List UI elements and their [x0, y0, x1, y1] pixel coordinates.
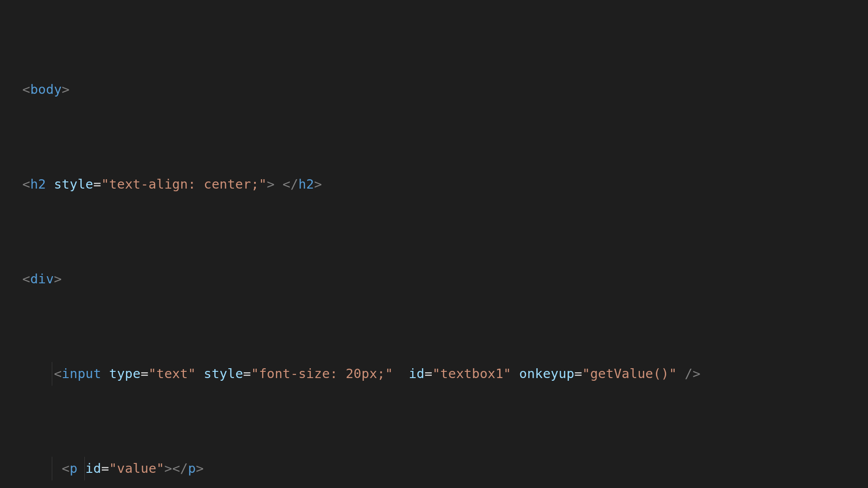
attr-id: id: [85, 461, 101, 476]
tag-p: p: [70, 461, 78, 476]
bracket-open: <: [22, 82, 30, 97]
tag-input: input: [62, 366, 101, 381]
tag-div: div: [30, 271, 54, 286]
code-line[interactable]: <input type="text" style="font-size: 20p…: [22, 362, 868, 386]
code-line[interactable]: <h2 style="text-align: center;"> </h2>: [22, 172, 868, 196]
tag-h2: h2: [30, 177, 46, 192]
code-line[interactable]: <p id="value"></p>: [22, 457, 868, 480]
attr-id: id: [409, 366, 424, 381]
code-editor[interactable]: <body> <h2 style="text-align: center;"> …: [0, 0, 868, 488]
attr-onkeyup: onkeyup: [519, 366, 575, 381]
attr-style: style: [54, 177, 93, 192]
string-value: "text-align: center;": [101, 177, 267, 192]
bracket-close: >: [62, 82, 70, 97]
code-line[interactable]: <div>: [22, 267, 868, 291]
code-line[interactable]: <body>: [22, 78, 868, 101]
attr-style: style: [204, 366, 243, 381]
tag-body: body: [30, 82, 62, 97]
attr-type: type: [109, 366, 141, 381]
